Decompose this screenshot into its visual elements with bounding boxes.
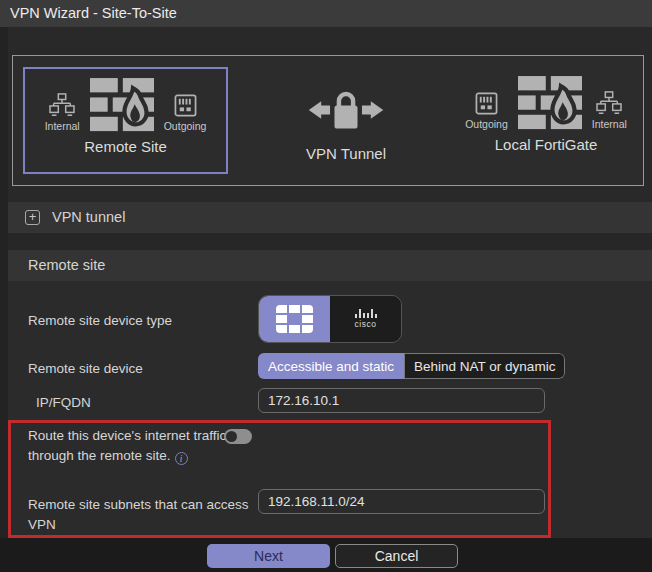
dialog-title: VPN Wizard - Site-To-Site: [10, 0, 177, 27]
remote-firewall-icon: [90, 78, 154, 132]
toggle-knob: [226, 431, 237, 442]
device-type-toggle-group: cisco: [258, 295, 402, 343]
outgoing-port-icon: [174, 94, 197, 117]
local-outgoing-label: Outgoing: [465, 118, 508, 130]
remote-outgoing-stack: Outgoing: [164, 94, 207, 132]
expand-plus-icon[interactable]: +: [25, 210, 40, 225]
remote-site-label: Remote Site: [84, 138, 167, 155]
cisco-logo-text: cisco: [355, 319, 377, 329]
subnets-input[interactable]: [258, 489, 545, 514]
next-button[interactable]: Next: [207, 544, 330, 568]
vpn-lock-arrows-icon: [307, 89, 385, 131]
local-fortigate-label: Local FortiGate: [495, 136, 598, 153]
route-internet-label: Route this device's internet traffic thr…: [28, 426, 236, 467]
remote-outgoing-label: Outgoing: [164, 120, 207, 132]
remote-site-icons-row: Internal: [45, 78, 207, 132]
remote-internal-label: Internal: [45, 120, 80, 132]
left-edge-strip: [0, 27, 8, 538]
segment-accessible-static[interactable]: Accessible and static: [258, 353, 404, 379]
local-fortigate-node: Outgoing Internal: [439, 67, 652, 174]
local-firewall-icon: [518, 76, 582, 130]
dialog-titlebar: VPN Wizard - Site-To-Site: [0, 0, 652, 27]
subnets-label: Remote site subnets that can access VPN: [28, 495, 250, 536]
vpn-tunnel-label: VPN Tunnel: [306, 145, 386, 162]
local-internal-stack: Internal: [592, 91, 627, 130]
remote-site-node[interactable]: Internal: [23, 67, 228, 174]
route-internet-text: Route this device's internet traffic thr…: [28, 428, 226, 463]
remote-site-section-title: Remote site: [28, 250, 105, 281]
topology-diagram-panel: Internal: [12, 55, 644, 186]
device-type-label: Remote site device type: [28, 311, 172, 331]
fortinet-logo-icon: [276, 305, 313, 333]
route-internet-toggle[interactable]: [224, 429, 252, 444]
cisco-logo-icon: cisco: [355, 309, 377, 329]
internal-network-icon: [49, 93, 75, 117]
section-gap: [8, 233, 652, 250]
vpn-tunnel-node: VPN Tunnel: [263, 67, 429, 174]
vpn-tunnel-section-header[interactable]: + VPN tunnel: [8, 202, 652, 233]
ip-fqdn-input[interactable]: [258, 388, 545, 413]
ip-fqdn-label: IP/FQDN: [36, 393, 91, 413]
outgoing-port-icon: [475, 92, 498, 115]
local-outgoing-stack: Outgoing: [465, 92, 508, 130]
remote-internal-stack: Internal: [45, 93, 80, 132]
remote-site-device-label: Remote site device: [28, 359, 143, 379]
segment-behind-nat[interactable]: Behind NAT or dynamic: [404, 353, 565, 379]
device-type-option-fortinet[interactable]: [259, 296, 330, 342]
internal-network-icon: [596, 91, 622, 115]
device-type-option-cisco[interactable]: cisco: [330, 296, 401, 342]
vpn-tunnel-section-title: VPN tunnel: [52, 202, 125, 233]
remote-site-device-segmented: Accessible and static Behind NAT or dyna…: [258, 353, 565, 379]
remote-site-section-header: Remote site: [8, 250, 652, 281]
local-internal-label: Internal: [592, 118, 627, 130]
cancel-button[interactable]: Cancel: [335, 544, 458, 568]
info-icon[interactable]: [175, 452, 188, 465]
local-fortigate-icons-row: Outgoing Internal: [465, 76, 627, 130]
cisco-bars-icon: [355, 309, 377, 318]
